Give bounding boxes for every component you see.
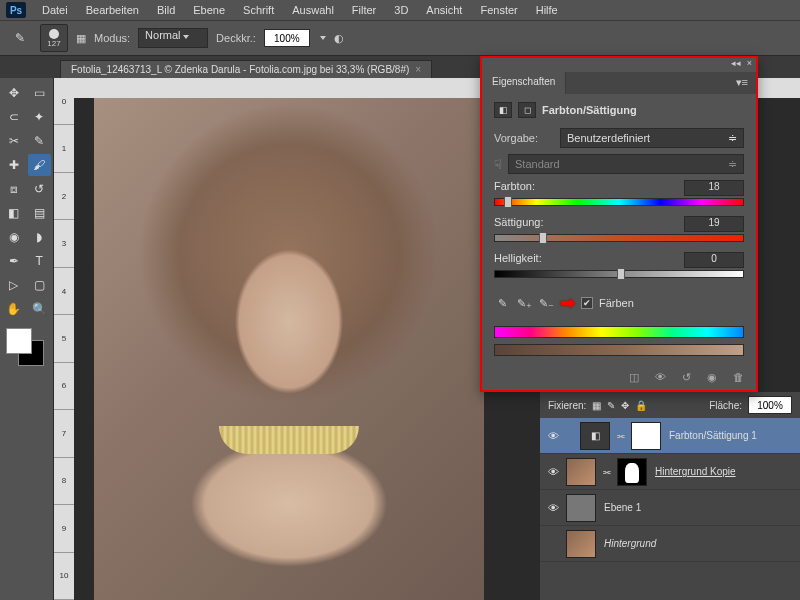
lock-pixels-icon[interactable]: ✎ — [607, 400, 615, 411]
layer-thumb[interactable] — [566, 530, 596, 558]
lock-position-icon[interactable]: ✥ — [621, 400, 629, 411]
lightness-slider[interactable] — [494, 270, 744, 280]
layer-thumb[interactable] — [566, 494, 596, 522]
input-color-bar — [494, 326, 744, 338]
opacity-input[interactable] — [264, 29, 310, 47]
menu-bar: Ps Datei Bearbeiten Bild Ebene Schrift A… — [0, 0, 800, 20]
menu-bild[interactable]: Bild — [149, 2, 183, 18]
menu-auswahl[interactable]: Auswahl — [284, 2, 342, 18]
menu-datei[interactable]: Datei — [34, 2, 76, 18]
brush-tool[interactable]: 🖌 — [28, 154, 52, 176]
clip-to-layer-icon[interactable]: ◫ — [626, 370, 642, 384]
quick-select-tool[interactable]: ✦ — [28, 106, 52, 128]
targeted-adjust-icon[interactable]: ☟ — [494, 157, 502, 172]
menu-bearbeiten[interactable]: Bearbeiten — [78, 2, 147, 18]
close-panel-icon[interactable]: × — [747, 58, 752, 72]
view-previous-icon[interactable]: 👁 — [652, 370, 668, 384]
opacity-dropdown-icon[interactable] — [320, 36, 326, 40]
hue-label: Farbton: — [494, 180, 535, 196]
brush-size-value: 127 — [47, 39, 60, 48]
adjustment-thumb[interactable]: ◧ — [580, 422, 610, 450]
eyedropper-tool[interactable]: ✎ — [28, 130, 52, 152]
layer-row-bg-copy[interactable]: 👁 ⫘ Hintergrund Kopie — [540, 454, 800, 490]
foreground-color-swatch[interactable] — [6, 328, 32, 354]
toolbox: ✥▭ ⊂✦ ✂✎ ✚🖌 ⧈↺ ◧▤ ◉◗ ✒T ▷▢ ✋🔍 — [0, 78, 54, 600]
visibility-icon[interactable]: 👁 — [544, 430, 562, 442]
lightness-value[interactable]: 0 — [684, 252, 744, 268]
close-tab-icon[interactable]: × — [415, 64, 421, 75]
fill-input[interactable] — [748, 396, 792, 414]
marquee-tool[interactable]: ▭ — [28, 82, 52, 104]
document-tab[interactable]: Fotolia_12463713_L © Zdenka Darula - Fot… — [60, 60, 432, 78]
delete-adjustment-icon[interactable]: 🗑 — [730, 370, 746, 384]
lock-transparency-icon[interactable]: ▦ — [592, 400, 601, 411]
layer-name[interactable]: Ebene 1 — [604, 502, 641, 513]
necklace-detail — [219, 426, 359, 454]
pressure-opacity-icon[interactable]: ◐ — [334, 32, 344, 45]
brush-preset[interactable]: 127 — [40, 24, 68, 52]
eyedropper-add-icon[interactable]: ✎₊ — [516, 295, 532, 311]
properties-tab[interactable]: Eigenschaften — [482, 72, 566, 94]
lock-all-icon[interactable]: 🔒 — [635, 400, 647, 411]
toggle-visibility-icon[interactable]: ◉ — [704, 370, 720, 384]
hue-value[interactable]: 18 — [684, 180, 744, 196]
preset-select[interactable]: Benutzerdefiniert≑ — [560, 128, 744, 148]
adjustment-icon: ◧ — [494, 102, 512, 118]
menu-filter[interactable]: Filter — [344, 2, 384, 18]
menu-fenster[interactable]: Fenster — [472, 2, 525, 18]
saturation-value[interactable]: 19 — [684, 216, 744, 232]
canvas-area[interactable] — [74, 98, 540, 600]
lasso-tool[interactable]: ⊂ — [2, 106, 26, 128]
hue-slider[interactable] — [494, 198, 744, 208]
document-canvas[interactable] — [94, 98, 484, 600]
link-mask-icon[interactable]: ⫘ — [616, 431, 625, 441]
menu-hilfe[interactable]: Hilfe — [528, 2, 566, 18]
eyedropper-icon[interactable]: ✎ — [494, 295, 510, 311]
link-mask-icon[interactable]: ⫘ — [602, 467, 611, 477]
shape-tool[interactable]: ▢ — [28, 274, 52, 296]
colorize-checkbox[interactable]: ✔ — [581, 297, 593, 309]
tool-preset-icon[interactable]: ✎ — [8, 27, 32, 49]
menu-3d[interactable]: 3D — [386, 2, 416, 18]
layer-row-hintergrund[interactable]: Hintergrund — [540, 526, 800, 562]
layer-row-hue-sat[interactable]: 👁 ◧ ⫘ Farbton/Sättigung 1 — [540, 418, 800, 454]
menu-ansicht[interactable]: Ansicht — [418, 2, 470, 18]
layer-row-ebene1[interactable]: 👁 Ebene 1 — [540, 490, 800, 526]
healing-tool[interactable]: ✚ — [2, 154, 26, 176]
saturation-slider[interactable] — [494, 234, 744, 244]
hand-tool[interactable]: ✋ — [2, 298, 26, 320]
eraser-tool[interactable]: ◧ — [2, 202, 26, 224]
mask-thumb[interactable] — [631, 422, 661, 450]
toggle-panel-icon[interactable]: ▦ — [76, 32, 86, 45]
stamp-tool[interactable]: ⧈ — [2, 178, 26, 200]
visibility-icon[interactable]: 👁 — [544, 466, 562, 478]
mask-thumb[interactable] — [617, 458, 647, 486]
menu-ebene[interactable]: Ebene — [185, 2, 233, 18]
layer-thumb[interactable] — [566, 458, 596, 486]
eyedropper-sub-icon[interactable]: ✎₋ — [538, 295, 554, 311]
color-range-select: Standard≑ — [508, 154, 744, 174]
properties-panel: ◂◂ × Eigenschaften ▾≡ ◧ ◻ Farbton/Sättig… — [480, 56, 758, 392]
reset-icon[interactable]: ↺ — [678, 370, 694, 384]
layer-name[interactable]: Hintergrund Kopie — [655, 466, 736, 477]
color-swatches — [6, 328, 46, 368]
menu-schrift[interactable]: Schrift — [235, 2, 282, 18]
type-tool[interactable]: T — [28, 250, 52, 272]
blend-mode-select[interactable]: Normal — [138, 28, 208, 48]
crop-tool[interactable]: ✂ — [2, 130, 26, 152]
history-brush-tool[interactable]: ↺ — [28, 178, 52, 200]
dodge-tool[interactable]: ◗ — [28, 226, 52, 248]
zoom-tool[interactable]: 🔍 — [28, 298, 52, 320]
panel-menu-icon[interactable]: ▾≡ — [728, 72, 756, 94]
path-tool[interactable]: ▷ — [2, 274, 26, 296]
layer-name[interactable]: Hintergrund — [604, 538, 656, 549]
gradient-tool[interactable]: ▤ — [28, 202, 52, 224]
layer-name[interactable]: Farbton/Sättigung 1 — [669, 430, 757, 441]
move-tool[interactable]: ✥ — [2, 82, 26, 104]
pen-tool[interactable]: ✒ — [2, 250, 26, 272]
mode-label: Modus: — [94, 32, 130, 44]
mask-icon[interactable]: ◻ — [518, 102, 536, 118]
collapse-panel-icon[interactable]: ◂◂ — [731, 58, 741, 72]
blur-tool[interactable]: ◉ — [2, 226, 26, 248]
visibility-icon[interactable]: 👁 — [544, 502, 562, 514]
